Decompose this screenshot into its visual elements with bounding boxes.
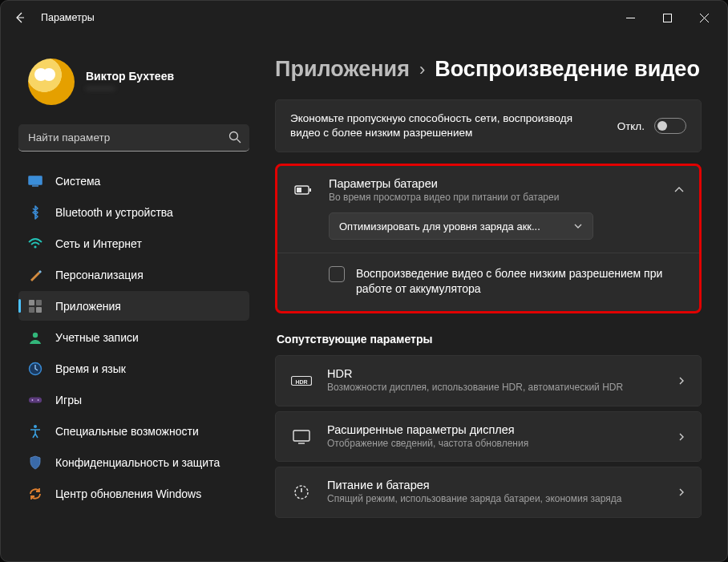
link-hdr[interactable]: HDR HDR Возможности дисплея, использован… — [275, 355, 702, 406]
svg-rect-5 — [29, 300, 34, 305]
wifi-icon — [28, 237, 42, 251]
person-icon — [28, 330, 42, 345]
link-power-battery[interactable]: Питание и батарея Спящий режим, использо… — [275, 467, 702, 518]
nav-windows-update[interactable]: Центр обновления Windows — [18, 479, 249, 508]
link-subtitle: Спящий режим, использование заряда батар… — [327, 493, 662, 506]
battery-dropdown[interactable]: Оптимизировать для уровня заряда акк... — [329, 212, 593, 240]
power-icon — [290, 483, 313, 501]
back-button[interactable] — [6, 3, 34, 32]
nav-bluetooth[interactable]: Bluetooth и устройства — [18, 197, 249, 227]
sidebar: Виктор Бухтеев ——— Система Bluetooth и у… — [18, 34, 259, 561]
svg-rect-6 — [36, 300, 42, 305]
nav-system[interactable]: Система — [18, 166, 249, 196]
search-box — [18, 124, 249, 152]
nav-label: Bluetooth и устройства — [55, 206, 173, 219]
link-display-advanced[interactable]: Расширенные параметры дисплея Отображени… — [275, 411, 702, 463]
nav-label: Время и язык — [55, 362, 126, 375]
link-title: HDR — [327, 367, 662, 380]
nav-label: Система — [55, 175, 100, 188]
nav-accessibility[interactable]: Специальные возможности — [18, 416, 249, 446]
chevron-right-icon — [677, 432, 686, 442]
low-res-checkbox[interactable] — [329, 266, 345, 282]
battery-title: Параметры батареи — [329, 177, 659, 190]
nav-label: Учетные записи — [55, 331, 139, 344]
svg-rect-2 — [29, 176, 42, 184]
window-title: Параметры — [41, 12, 95, 23]
svg-rect-20 — [293, 431, 309, 441]
nav-label: Специальные возможности — [55, 425, 199, 438]
link-title: Расширенные параметры дисплея — [327, 423, 662, 436]
svg-text:HDR: HDR — [295, 379, 307, 385]
nav-label: Приложения — [55, 300, 121, 313]
chevron-right-icon — [677, 376, 686, 386]
svg-rect-16 — [309, 188, 311, 192]
close-button[interactable] — [686, 5, 722, 30]
svg-point-13 — [38, 399, 39, 401]
nav-label: Персонализация — [55, 269, 144, 281]
gamepad-icon — [28, 393, 42, 407]
nav-gaming[interactable]: Игры — [18, 385, 249, 414]
update-icon — [28, 487, 42, 501]
low-res-checkbox-row: Воспроизведение видео с более низким раз… — [277, 253, 699, 311]
chevron-right-icon — [677, 487, 686, 497]
svg-rect-11 — [29, 397, 42, 402]
breadcrumb: Приложения › Воспроизведение видео — [275, 57, 702, 82]
search-icon — [229, 131, 241, 144]
main-content: Приложения › Воспроизведение видео Эконо… — [259, 34, 724, 561]
brush-icon — [28, 268, 42, 282]
hdr-icon: HDR — [290, 374, 313, 388]
bluetooth-icon — [28, 205, 42, 220]
nav-accounts[interactable]: Учетные записи — [18, 322, 249, 352]
profile-email: ——— — [86, 83, 174, 94]
battery-header[interactable]: Параметры батареи Во время просмотра вид… — [277, 166, 699, 208]
breadcrumb-parent[interactable]: Приложения — [275, 57, 410, 82]
svg-rect-0 — [663, 14, 671, 22]
bandwidth-card: Экономьте пропускную способность сети, в… — [275, 99, 702, 152]
accessibility-icon — [28, 424, 42, 439]
svg-rect-8 — [36, 307, 42, 313]
minimize-icon — [626, 14, 635, 22]
bandwidth-toggle[interactable] — [654, 118, 686, 134]
link-title: Питание и батарея — [327, 479, 662, 491]
svg-rect-17 — [297, 188, 301, 192]
maximize-button[interactable] — [649, 5, 686, 30]
nav-privacy[interactable]: Конфиденциальность и защита — [18, 447, 249, 477]
apps-icon — [28, 299, 42, 313]
link-subtitle: Возможности дисплея, использование HDR, … — [327, 382, 662, 394]
svg-point-4 — [34, 245, 36, 248]
nav: Система Bluetooth и устройства Сеть и Ин… — [18, 166, 259, 508]
nav-label: Центр обновления Windows — [55, 487, 201, 500]
battery-subtitle: Во время просмотра видео при питании от … — [329, 192, 659, 203]
minimize-button[interactable] — [612, 5, 649, 30]
profile-block[interactable]: Виктор Бухтеев ——— — [18, 59, 259, 105]
dropdown-value: Оптимизировать для уровня заряда акк... — [339, 220, 540, 232]
nav-network[interactable]: Сеть и Интернет — [18, 228, 249, 258]
bandwidth-desc: Экономьте пропускную способность сети, в… — [290, 111, 603, 140]
chevron-down-icon — [573, 221, 583, 231]
clock-globe-icon — [28, 362, 42, 376]
svg-point-9 — [33, 332, 38, 337]
svg-rect-7 — [29, 307, 34, 313]
related-heading: Сопутствующие параметры — [277, 333, 702, 346]
battery-settings-group: Параметры батареи Во время просмотра вид… — [275, 164, 702, 313]
titlebar: Параметры — [1, 1, 727, 34]
arrow-left-icon — [14, 11, 26, 24]
toggle-state-label: Откл. — [617, 120, 645, 132]
display-icon — [290, 429, 313, 445]
search-input[interactable] — [18, 124, 249, 152]
chevron-up-icon — [673, 184, 685, 196]
nav-personalization[interactable]: Персонализация — [18, 260, 249, 289]
svg-point-1 — [230, 132, 238, 140]
checkbox-label: Воспроизведение видео с более низким раз… — [356, 266, 685, 297]
nav-time-language[interactable]: Время и язык — [18, 354, 249, 383]
maximize-icon — [663, 14, 672, 22]
link-subtitle: Отображение сведений, частота обновления — [327, 438, 662, 451]
svg-point-14 — [34, 425, 37, 428]
nav-label: Игры — [55, 394, 82, 406]
profile-name: Виктор Бухтеев — [86, 70, 174, 83]
close-icon — [700, 14, 709, 22]
shield-icon — [28, 455, 42, 470]
nav-apps[interactable]: Приложения — [18, 291, 249, 321]
svg-rect-3 — [32, 185, 38, 187]
monitor-icon — [28, 174, 42, 188]
